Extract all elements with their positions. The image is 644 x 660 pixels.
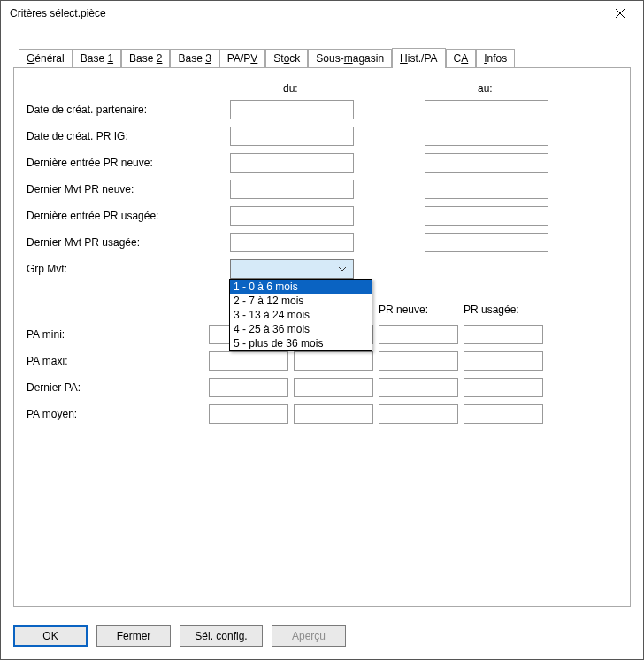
date-row-4: Dernière entrée PR usagée: xyxy=(27,206,617,226)
tab-strip: GénéralBase 1Base 2Base 3PA/PVStockSous-… xyxy=(13,47,631,67)
tab-7[interactable]: Hist./PA xyxy=(392,48,445,68)
tab-1[interactable]: Base 1 xyxy=(73,49,121,67)
pa-row-label: PA mini: xyxy=(27,328,203,341)
pa-input-0[interactable] xyxy=(209,404,288,424)
close-button[interactable]: Fermer xyxy=(96,625,171,647)
tab-8[interactable]: CA xyxy=(446,49,477,67)
pa-input-2[interactable] xyxy=(379,378,458,397)
preview-button: Aperçu xyxy=(272,625,346,647)
grp-mvt-combo-box[interactable] xyxy=(230,259,354,279)
pa-row-2: Dernier PA: xyxy=(27,378,617,397)
column-header-to: au: xyxy=(425,82,557,95)
tab-2[interactable]: Base 2 xyxy=(121,49,170,67)
date-from-input[interactable] xyxy=(230,153,354,173)
date-column-headers: du: au: xyxy=(27,82,617,95)
tab-5[interactable]: Stock xyxy=(265,49,308,67)
date-row-label: Date de créat. PR IG: xyxy=(27,130,230,142)
date-row-label: Date de créat. partenaire: xyxy=(27,104,230,116)
pa-header-4: PR usagée: xyxy=(464,303,543,316)
window-title: Critères sélect.pièce xyxy=(10,7,106,19)
column-header-from: du: xyxy=(230,82,363,95)
date-row-2: Dernière entrée PR neuve: xyxy=(27,153,617,173)
pa-input-3[interactable] xyxy=(464,404,543,424)
grp-mvt-option[interactable]: 2 - 7 à 12 mois xyxy=(230,294,372,308)
date-row-1: Date de créat. PR IG: xyxy=(27,127,617,146)
pa-row-3: PA moyen: xyxy=(27,404,617,424)
select-config-button[interactable]: Sél. config. xyxy=(180,625,263,647)
pa-input-1[interactable] xyxy=(294,378,373,397)
date-from-input[interactable] xyxy=(230,100,354,119)
pa-input-3[interactable] xyxy=(464,351,543,371)
pa-input-1[interactable] xyxy=(294,404,373,424)
date-row-label: Dernière entrée PR neuve: xyxy=(27,157,230,169)
date-row-0: Date de créat. partenaire: xyxy=(27,100,617,119)
pa-row-label: Dernier PA: xyxy=(27,381,203,394)
grp-mvt-combo[interactable]: 1 - 0 à 6 mois2 - 7 à 12 mois3 - 13 à 24… xyxy=(230,259,354,279)
pa-input-3[interactable] xyxy=(464,378,543,397)
date-from-input[interactable] xyxy=(230,206,354,226)
pa-row-label: PA moyen: xyxy=(27,408,203,420)
grp-mvt-option[interactable]: 1 - 0 à 6 mois xyxy=(230,280,372,294)
date-to-input[interactable] xyxy=(425,206,548,226)
date-to-input[interactable] xyxy=(425,127,548,146)
date-row-label: Dernière entrée PR usagée: xyxy=(27,210,230,222)
tab-page-hist-pa: du: au: Date de créat. partenaire:Date d… xyxy=(13,67,631,607)
ok-button[interactable]: OK xyxy=(13,625,88,647)
close-icon[interactable] xyxy=(602,1,638,26)
pa-input-2[interactable] xyxy=(379,325,458,344)
tab-3[interactable]: Base 3 xyxy=(170,49,218,67)
tab-6[interactable]: Sous-magasin xyxy=(308,49,392,67)
grp-mvt-option[interactable]: 4 - 25 à 36 mois xyxy=(230,322,372,336)
date-to-input[interactable] xyxy=(425,180,548,199)
date-row-label: Dernier Mvt PR neuve: xyxy=(27,183,230,196)
dialog-window: Critères sélect.pièce GénéralBase 1Base … xyxy=(0,0,644,660)
date-to-input[interactable] xyxy=(425,100,548,119)
grp-mvt-option[interactable]: 5 - plus de 36 mois xyxy=(230,336,372,350)
pa-input-1[interactable] xyxy=(294,351,373,371)
date-to-input[interactable] xyxy=(425,233,548,252)
date-from-input[interactable] xyxy=(230,233,354,252)
date-from-input[interactable] xyxy=(230,127,354,146)
pa-input-0[interactable] xyxy=(209,351,288,371)
grp-mvt-option[interactable]: 3 - 13 à 24 mois xyxy=(230,308,372,322)
grp-mvt-dropdown[interactable]: 1 - 0 à 6 mois2 - 7 à 12 mois3 - 13 à 24… xyxy=(229,279,372,351)
tab-9[interactable]: Infos xyxy=(476,49,515,67)
client-area: GénéralBase 1Base 2Base 3PA/PVStockSous-… xyxy=(1,26,643,659)
tab-0[interactable]: Général xyxy=(19,49,73,67)
pa-input-2[interactable] xyxy=(379,404,458,424)
chevron-down-icon xyxy=(334,261,349,277)
date-row-label: Dernier Mvt PR usagée: xyxy=(27,236,230,249)
pa-input-0[interactable] xyxy=(209,378,288,397)
pa-input-2[interactable] xyxy=(379,351,458,371)
grp-mvt-row: Grp Mvt: 1 - 0 à 6 mois2 - 7 à 12 mois3 … xyxy=(27,259,617,279)
grp-mvt-label: Grp Mvt: xyxy=(27,263,230,275)
date-range-rows: Date de créat. partenaire:Date de créat.… xyxy=(27,100,617,252)
titlebar: Critères sélect.pièce xyxy=(1,1,643,26)
date-row-5: Dernier Mvt PR usagée: xyxy=(27,233,617,252)
pa-row-1: PA maxi: xyxy=(27,351,617,371)
pa-header-3: PR neuve: xyxy=(379,303,458,316)
date-to-input[interactable] xyxy=(425,153,548,173)
pa-input-3[interactable] xyxy=(464,325,543,344)
button-bar: OK Fermer Sél. config. Aperçu xyxy=(13,625,346,647)
date-row-3: Dernier Mvt PR neuve: xyxy=(27,180,617,199)
pa-row-label: PA maxi: xyxy=(27,355,203,367)
date-from-input[interactable] xyxy=(230,180,354,199)
tab-4[interactable]: PA/PV xyxy=(219,49,265,67)
